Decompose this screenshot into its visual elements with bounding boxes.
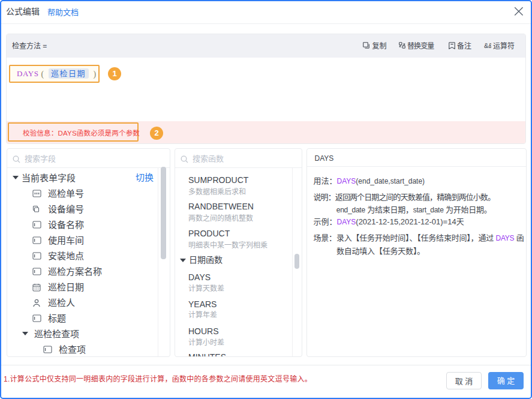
svg-text:&&: &&	[484, 42, 491, 49]
